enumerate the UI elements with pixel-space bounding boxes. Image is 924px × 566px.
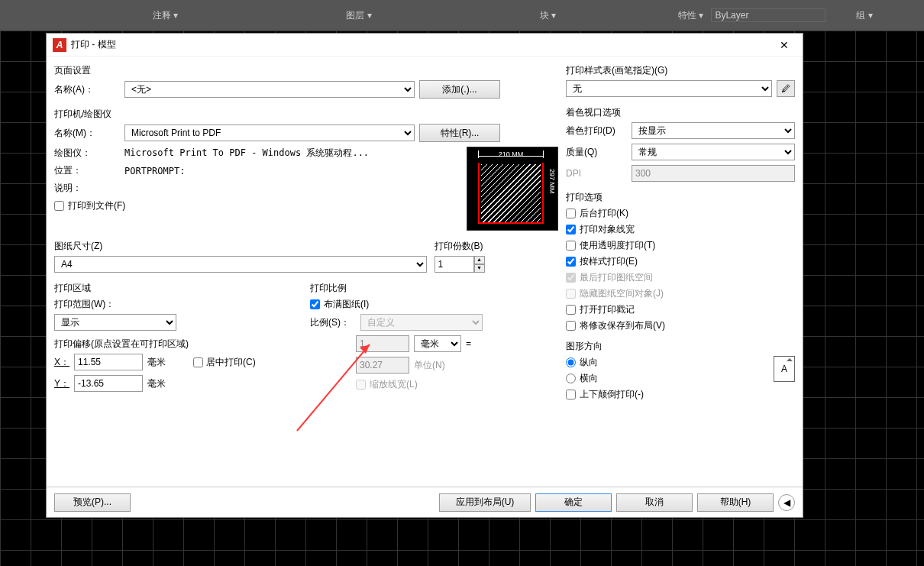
copies-input[interactable] — [435, 256, 474, 273]
printer-name-select[interactable]: Microsoft Print to PDF — [124, 125, 415, 141]
offset-y-input[interactable] — [74, 375, 143, 392]
expand-button[interactable]: ◀ — [778, 494, 795, 511]
dpi-label: DPI — [566, 168, 627, 179]
stamp-label: 打开打印戳记 — [580, 303, 635, 316]
description-label: 说明： — [54, 182, 120, 195]
style-table-heading: 打印样式表(画笔指定)(G) — [566, 64, 795, 77]
last-paperspace-label: 最后打印图纸空间 — [580, 271, 653, 284]
print-options-group: 打印选项 后台打印(K) 打印对象线宽 使用透明度打印(T) 按样式打印(E) … — [566, 191, 795, 335]
shade-viewport-heading: 着色视口选项 — [566, 106, 795, 119]
dialog-footer: 预览(P)... 应用到布局(U) 确定 取消 帮助(H) ◀ — [47, 487, 803, 517]
scale-lw-label: 缩放线宽(L) — [370, 378, 418, 391]
print-options-heading: 打印选项 — [566, 191, 795, 204]
center-print-checkbox[interactable] — [193, 357, 203, 367]
page-setup-name-label: 名称(A)： — [54, 83, 120, 96]
offset-x-label: X： — [54, 356, 69, 369]
last-paperspace-checkbox — [566, 273, 576, 283]
object-lw-checkbox[interactable] — [566, 225, 576, 234]
layer-select[interactable]: ByLayer — [711, 8, 825, 22]
copies-group: 打印份数(B) ▲▼ — [435, 240, 559, 273]
landscape-radio[interactable] — [566, 374, 576, 383]
printer-group: 打印机/绘图仪 名称(M)： Microsoft Print to PDF 特性… — [54, 108, 558, 235]
portrait-radio[interactable] — [566, 357, 576, 367]
copies-stepper[interactable]: ▲▼ — [435, 256, 485, 273]
page-setup-heading: 页面设置 — [54, 64, 558, 77]
print-to-file-label: 打印到文件(F) — [68, 199, 125, 212]
scale-select: 自定义 — [360, 314, 483, 331]
style-table-group: 打印样式表(画笔指定)(G) 无 🖉 — [566, 64, 795, 102]
preview-button[interactable]: 预览(P)... — [54, 493, 131, 512]
print-to-file-checkbox[interactable] — [54, 201, 64, 211]
dialog-title: 打印 - 模型 — [71, 38, 772, 51]
by-style-label: 按样式打印(E) — [580, 255, 638, 268]
orientation-icon: A — [774, 356, 795, 382]
help-button[interactable]: 帮助(H) — [697, 493, 774, 512]
scale-unit1-select[interactable]: 毫米 — [414, 335, 461, 352]
offset-x-mm: 毫米 — [147, 356, 166, 369]
print-range-label: 打印范围(W)： — [54, 298, 302, 311]
cancel-button[interactable]: 取消 — [616, 493, 693, 512]
offset-x-input[interactable] — [74, 354, 143, 370]
chevron-left-icon: ◀ — [783, 497, 790, 508]
upside-down-label: 上下颠倒打印(-) — [580, 388, 644, 401]
paper-width-dim: 210 MM — [478, 150, 544, 158]
scale-unit2-input — [356, 357, 409, 374]
stepper-down-icon[interactable]: ▼ — [474, 264, 485, 273]
by-style-checkbox[interactable] — [566, 257, 576, 267]
location-label: 位置： — [54, 164, 120, 177]
ribbon-group[interactable]: 组 ▾ — [856, 9, 872, 22]
fit-to-paper-checkbox[interactable] — [310, 299, 320, 309]
plotter-value: Microsoft Print To PDF - Windows 系统驱动程..… — [124, 147, 369, 160]
background-print-label: 后台打印(K) — [580, 207, 628, 220]
style-table-edit-button[interactable]: 🖉 — [777, 80, 795, 97]
stepper-up-icon[interactable]: ▲ — [474, 256, 485, 264]
fit-to-paper-label: 布满图纸(I) — [324, 298, 369, 311]
hide-paperspace-label: 隐藏图纸空间对象(J) — [580, 287, 664, 300]
paper-height-dim: 297 MM — [548, 169, 556, 194]
location-value: PORTPROMPT: — [124, 166, 185, 176]
scale-label: 比例(S)： — [310, 316, 356, 329]
ribbon-group[interactable]: 图层 ▾ — [346, 9, 371, 22]
close-button[interactable]: ✕ — [772, 39, 796, 51]
page-setup-name-select[interactable]: <无> — [124, 81, 415, 98]
ok-button[interactable]: 确定 — [535, 493, 612, 512]
printer-heading: 打印机/绘图仪 — [54, 108, 558, 121]
printer-props-button[interactable]: 特性(R)... — [419, 124, 500, 142]
print-scale-heading: 打印比例 — [310, 282, 558, 295]
offset-y-mm: 毫米 — [147, 377, 166, 390]
plot-dialog: A 打印 - 模型 ✕ 页面设置 名称(A)： <无> 添加(.)... 打印机… — [46, 33, 803, 518]
stamp-checkbox[interactable] — [566, 305, 576, 315]
offset-heading: 打印偏移(原点设置在可打印区域) — [54, 338, 299, 351]
background-print-checkbox[interactable] — [566, 209, 576, 218]
print-scale-group: 打印比例 布满图纸(I) 比例(S)： 自定义 毫米 = 单位(N) 缩放线宽(… — [310, 282, 558, 394]
orientation-heading: 图形方向 — [566, 340, 795, 353]
paper-size-group: 图纸尺寸(Z) A4 — [54, 240, 427, 273]
scale-unit1-input — [356, 335, 409, 352]
paper-size-select[interactable]: A4 — [54, 256, 427, 273]
shade-print-label: 着色打印(D) — [566, 125, 627, 137]
ribbon-group[interactable]: 特性 ▾ — [678, 9, 703, 22]
dpi-input — [632, 165, 795, 182]
offset-group: 打印偏移(原点设置在可打印区域) X： 毫米 居中打印(C) Y： 毫米 — [54, 338, 299, 396]
orientation-group: 图形方向 纵向 横向 上下颠倒打印(-) A — [566, 340, 795, 404]
brush-icon: 🖉 — [781, 83, 790, 94]
style-table-select[interactable]: 无 — [566, 80, 772, 97]
titlebar: A 打印 - 模型 ✕ — [47, 34, 803, 57]
save-layout-checkbox[interactable] — [566, 321, 576, 331]
print-range-select[interactable]: 显示 — [54, 314, 176, 331]
ribbon-bar: 注释 ▾ 图层 ▾ 块 ▾ 特性 ▾ ByLayer 组 ▾ — [0, 0, 924, 31]
printer-name-label: 名称(M)： — [54, 127, 120, 140]
transparency-checkbox[interactable] — [566, 241, 576, 251]
transparency-label: 使用透明度打印(T) — [580, 239, 655, 252]
quality-select[interactable]: 常规 — [632, 144, 795, 160]
ribbon-group[interactable]: 块 ▾ — [540, 9, 556, 22]
quality-label: 质量(Q) — [566, 146, 627, 159]
ribbon-group[interactable]: 注释 ▾ — [153, 9, 178, 22]
scale-equals: = — [466, 338, 471, 349]
apply-to-layout-button[interactable]: 应用到布局(U) — [439, 493, 531, 512]
shade-print-select[interactable]: 按显示 — [632, 122, 795, 139]
hide-paperspace-checkbox — [566, 289, 576, 299]
page-setup-add-button[interactable]: 添加(.)... — [419, 80, 500, 99]
center-print-label: 居中打印(C) — [206, 356, 256, 369]
upside-down-checkbox[interactable] — [566, 390, 576, 399]
